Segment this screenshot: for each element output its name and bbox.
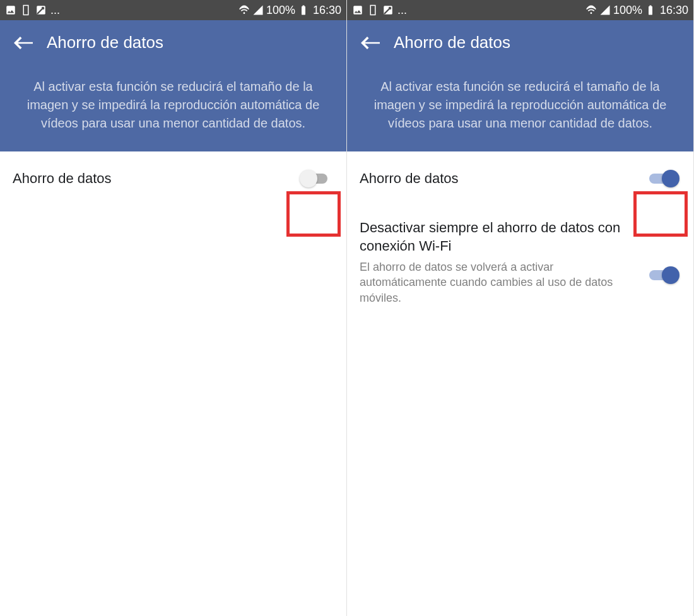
wifi-icon: [238, 4, 250, 16]
data-saver-label: Ahorro de datos: [360, 169, 624, 188]
status-right: 100% 16:30: [585, 4, 688, 17]
maps-icon: [382, 4, 394, 16]
page-description: Al activar esta función se reducirá el t…: [0, 62, 346, 133]
device-icon: [20, 4, 32, 16]
phone-right: ... 100% 16:30 Ahorro de datos Al activa…: [347, 0, 694, 616]
settings-list: Ahorro de datos: [0, 151, 346, 206]
wifi-disable-row[interactable]: Desactivar siempre el ahorro de datos co…: [347, 206, 693, 318]
data-saver-row[interactable]: Ahorro de datos: [0, 151, 346, 206]
battery-percent: 100%: [613, 4, 642, 17]
status-bar: ... 100% 16:30: [0, 0, 346, 20]
status-left: ...: [352, 4, 585, 17]
image-icon: [5, 4, 16, 16]
status-more: ...: [397, 4, 407, 17]
signal-icon: [252, 4, 264, 16]
status-right: 100% 16:30: [238, 4, 341, 17]
status-time: 16:30: [660, 4, 688, 17]
back-button[interactable]: [360, 33, 381, 52]
page-title: Ahorro de datos: [47, 33, 163, 52]
settings-list: Ahorro de datos Desactivar siempre el ah…: [347, 151, 693, 318]
page-title: Ahorro de datos: [394, 33, 510, 52]
data-saver-label: Ahorro de datos: [13, 169, 277, 188]
maps-icon: [35, 4, 47, 16]
page-description: Al activar esta función se reducirá el t…: [347, 62, 693, 133]
status-left: ...: [5, 4, 238, 17]
app-header: Ahorro de datos Al activar esta función …: [347, 20, 693, 151]
status-more: ...: [50, 4, 60, 17]
signal-icon: [599, 4, 611, 16]
wifi-disable-toggle[interactable]: [647, 265, 682, 285]
data-saver-toggle[interactable]: [647, 169, 682, 189]
wifi-icon: [585, 4, 597, 16]
battery-icon: [645, 4, 656, 16]
status-bar: ... 100% 16:30: [347, 0, 693, 20]
app-header: Ahorro de datos Al activar esta función …: [0, 20, 346, 151]
device-icon: [367, 4, 379, 16]
data-saver-toggle[interactable]: [300, 169, 335, 189]
image-icon: [352, 4, 363, 16]
wifi-disable-label: Desactivar siempre el ahorro de datos co…: [360, 218, 624, 256]
back-button[interactable]: [13, 33, 34, 52]
status-time: 16:30: [313, 4, 341, 17]
phone-left: ... 100% 16:30 Ahorro de datos Al activa…: [0, 0, 347, 616]
wifi-disable-sub: El ahorro de datos se volverá a activar …: [360, 259, 624, 305]
battery-percent: 100%: [266, 4, 295, 17]
battery-icon: [298, 4, 309, 16]
data-saver-row[interactable]: Ahorro de datos: [347, 151, 693, 206]
